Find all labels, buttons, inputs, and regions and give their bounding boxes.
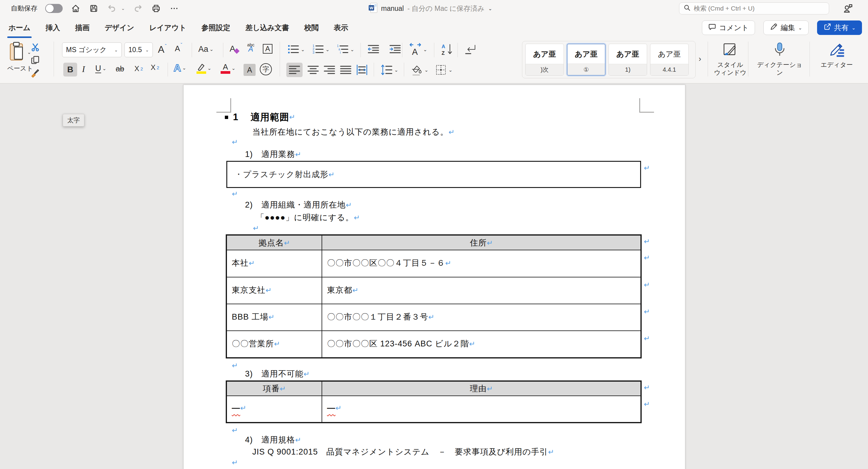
font-color-button[interactable]: A ⌄ [221, 63, 236, 74]
tab-layout[interactable]: レイアウト [149, 22, 187, 34]
undo-icon[interactable] [107, 3, 117, 13]
style-window-icon [722, 42, 738, 59]
locations-header-site: 拠点名↵ [227, 235, 322, 250]
shrink-font-icon[interactable]: Aˇ [175, 44, 182, 53]
document-title-area[interactable]: W manual - 自分の Mac に保存済み ⌄ [368, 0, 492, 17]
document-save-status: - 自分の Mac に保存済み [407, 4, 485, 13]
edit-chevron-icon: ⌄ [798, 25, 802, 31]
subscript-button[interactable]: X2 [134, 64, 143, 73]
underline-button[interactable]: U ⌄ [95, 64, 106, 73]
search-input[interactable] [694, 5, 825, 12]
account-presence-icon[interactable] [843, 3, 854, 15]
tab-draw[interactable]: 描画 [74, 22, 90, 34]
scope-text-box[interactable]: ・プラスチック射出成形↵ [226, 161, 641, 188]
format-painter-icon[interactable] [30, 68, 40, 78]
more-icon[interactable] [169, 3, 179, 13]
bold-button[interactable]: B [63, 63, 77, 76]
font-size-select[interactable]: 10.5 ⌄ [124, 42, 153, 57]
strikethrough-button[interactable]: ab [116, 64, 124, 73]
tab-design[interactable]: デザイン [104, 22, 135, 34]
pilcrow-mark: ↵ [232, 426, 238, 435]
section-heading: 1 適用範囲 ↵ [225, 111, 295, 124]
tab-view[interactable]: 表示 [333, 22, 349, 34]
style-card-441[interactable]: あア亜 4.4.1 [650, 44, 689, 76]
editor-button[interactable]: エディター [815, 42, 858, 69]
clear-formatting-icon[interactable]: A [230, 44, 239, 54]
distribute-button[interactable] [355, 64, 368, 76]
style-card-next[interactable]: あア亜 )次 [525, 44, 564, 76]
bullet-list-button[interactable]: ⌄ [287, 43, 305, 56]
save-icon[interactable] [89, 3, 99, 13]
enclose-character-button[interactable]: 字 [260, 63, 272, 75]
enclose-characters-icon[interactable]: A [263, 44, 273, 54]
item2-line: 2) 適用組織・適用所在地↵ [245, 199, 352, 210]
text-effects-button[interactable]: A ⌄ [174, 62, 186, 74]
tab-references[interactable]: 参照設定 [201, 22, 231, 34]
title-chevron-icon[interactable]: ⌄ [488, 6, 492, 11]
pilcrow-mark: ↵ [232, 459, 238, 467]
phonetic-guide-icon[interactable]: abc A [247, 43, 254, 51]
redo-icon[interactable] [133, 3, 143, 13]
document-page[interactable]: 1 適用範囲 ↵ 当社所在地にておこなう以下の業務に適用される。↵ ↵ 1) 適… [183, 85, 685, 469]
share-button[interactable]: 共有 ⌄ [817, 21, 862, 35]
style-gallery-expand-icon[interactable]: › [699, 54, 701, 64]
text-direction-button[interactable]: A ⌄ [409, 43, 427, 56]
comments-button[interactable]: コメント [702, 21, 755, 35]
decrease-indent-icon[interactable] [367, 43, 380, 56]
style-card-circled1[interactable]: あア亜 ① [567, 44, 606, 76]
align-left-button[interactable] [286, 63, 303, 77]
search-box[interactable] [679, 2, 829, 14]
tab-insert[interactable]: 挿入 [45, 22, 61, 34]
pilcrow-mark: ↵ [644, 383, 650, 392]
multilevel-list-button[interactable]: 1ai ⌄ [336, 43, 354, 56]
change-case-button[interactable]: Aa ⌄ [198, 44, 213, 54]
autosave-label: 自動保存 [11, 4, 37, 13]
increase-indent-icon[interactable] [389, 43, 401, 56]
borders-chevron-icon: ⌄ [448, 67, 453, 73]
superscript-button[interactable]: X2 [151, 63, 159, 72]
tab-review[interactable]: 校閲 [304, 22, 319, 34]
autosave-toggle[interactable] [45, 4, 63, 13]
heading-title: 適用範囲 [250, 111, 289, 124]
print-icon[interactable] [151, 3, 161, 13]
clipboard-icon [9, 41, 25, 63]
share-chevron-icon: ⌄ [852, 25, 856, 31]
document-area[interactable]: 1 適用範囲 ↵ 当社所在地にておこなう以下の業務に適用される。↵ ↵ 1) 適… [0, 83, 868, 469]
paragraph-mark-toggle-icon[interactable] [464, 43, 477, 56]
not-applicable-table[interactable]: 項番↵ 理由↵ ―↵ ―↵ [226, 381, 641, 423]
tab-mailings[interactable]: 差し込み文書 [245, 22, 290, 34]
line-spacing-button[interactable]: ⌄ [380, 64, 398, 76]
dictation-button[interactable]: ディクテーション [754, 42, 805, 76]
underline-chevron-icon: ⌄ [102, 66, 106, 71]
shading-fill-button[interactable]: ⌄ [410, 64, 428, 76]
italic-button[interactable]: I [82, 64, 85, 74]
scope-text: ・プラスチック射出成形↵ [235, 169, 335, 180]
svg-text:a: a [338, 47, 340, 51]
document-title: manual [381, 4, 404, 13]
style-window-button[interactable]: スタイルウィンドウ [714, 42, 747, 76]
font-name-select[interactable]: MS ゴシック ⌄ [62, 42, 122, 57]
locations-table[interactable]: 拠点名↵ 住所↵ 本社↵ 〇〇市〇〇区〇〇４丁目５－６↵ 東京支社↵ 東京都↵ … [226, 235, 641, 358]
style-card-1paren[interactable]: あア亜 1) [609, 44, 647, 76]
bold-tooltip: 太字 [63, 114, 84, 127]
grow-font-icon[interactable]: Aˆ [158, 44, 167, 55]
sort-button[interactable]: AZ [441, 43, 454, 56]
justify-button[interactable] [339, 64, 352, 76]
copy-icon[interactable] [31, 56, 40, 64]
text-effects-chevron-icon: ⌄ [182, 65, 186, 71]
paste-button[interactable]: ⌄ ペースト [7, 41, 33, 72]
home-icon[interactable] [70, 3, 81, 13]
numbered-list-button[interactable]: 123 ⌄ [312, 43, 330, 56]
undo-chevron-icon[interactable]: ⌄ [121, 6, 125, 11]
toggle-knob [46, 4, 54, 12]
align-center-button[interactable] [307, 64, 319, 76]
highlight-button[interactable]: ⌄ [196, 63, 211, 74]
tab-home[interactable]: ホーム [8, 22, 31, 34]
borders-button[interactable]: ⌄ [435, 64, 453, 76]
align-right-button[interactable] [323, 64, 336, 76]
na-header-item: 項番↵ [227, 381, 322, 396]
cut-icon[interactable] [31, 43, 40, 52]
edit-mode-button[interactable]: 編集 ⌄ [764, 21, 808, 35]
character-shading-button[interactable]: A [244, 64, 255, 76]
item1-line: 1) 適用業務↵ [245, 149, 301, 160]
